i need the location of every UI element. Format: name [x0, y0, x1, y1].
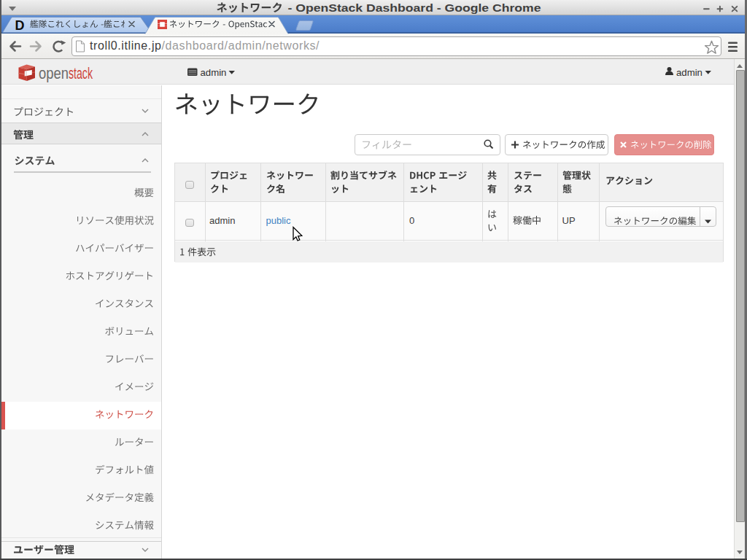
- svg-text:stack: stack: [69, 64, 93, 82]
- svg-text:open: open: [39, 64, 69, 82]
- svg-text:admin: admin: [201, 67, 227, 78]
- svg-text:D: D: [15, 18, 25, 33]
- svg-text:- OpenStack Dashboard - Google: - OpenStack Dashboard - Google Chrome: [288, 1, 541, 14]
- svg-text:admin: admin: [676, 67, 703, 78]
